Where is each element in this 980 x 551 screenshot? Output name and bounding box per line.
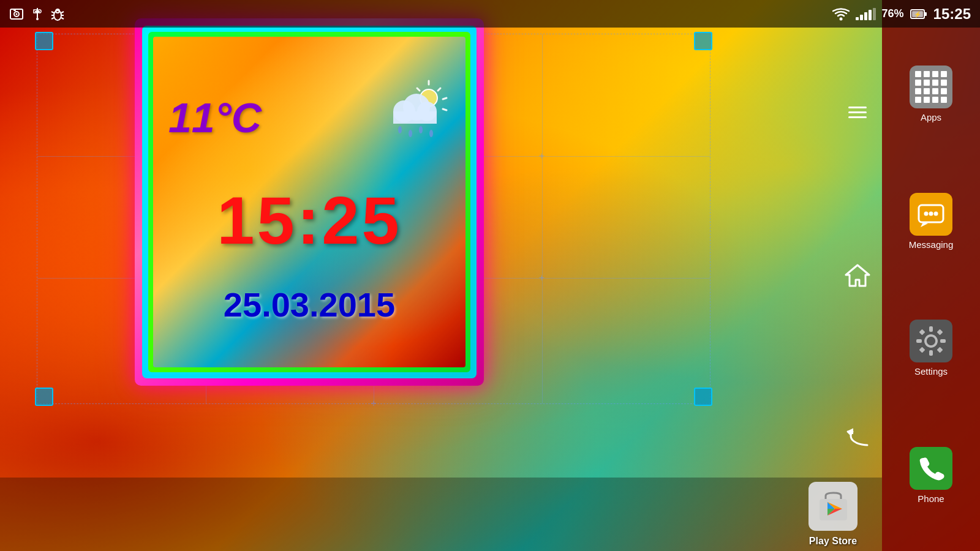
sidebar-item-settings[interactable]: Settings	[910, 320, 952, 377]
messaging-icon	[916, 199, 946, 230]
temperature-weather-row: 11°C	[168, 80, 450, 156]
status-time: 15:25	[933, 6, 971, 23]
phone-label: Phone	[918, 493, 944, 504]
photo-icon	[9, 7, 24, 21]
status-left-icons	[9, 7, 64, 21]
bug-icon	[51, 7, 64, 21]
widget-green-frame: 11°C	[148, 32, 470, 372]
svg-rect-48	[937, 347, 943, 353]
svg-point-35	[429, 130, 433, 137]
battery-icon: ⚡	[910, 8, 927, 20]
svg-point-39	[933, 211, 938, 216]
resize-handle-tl[interactable]	[35, 32, 53, 50]
status-right-icons: 76% ⚡ 15:25	[832, 6, 971, 23]
resize-handle-bl[interactable]	[35, 388, 53, 406]
svg-point-49	[925, 335, 937, 347]
svg-rect-45	[919, 329, 925, 335]
temperature-display: 11°C	[168, 94, 262, 141]
sidebar: Apps Messaging	[882, 0, 980, 551]
play-store-icon	[816, 490, 850, 523]
svg-rect-47	[919, 347, 925, 353]
home-button[interactable]	[842, 260, 873, 291]
svg-rect-19	[924, 12, 927, 16]
svg-rect-44	[940, 339, 946, 343]
date-display: 25.03.2015	[168, 285, 450, 324]
menu-button[interactable]	[842, 97, 873, 127]
widget-inner: 11°C	[153, 37, 466, 367]
svg-rect-43	[916, 339, 922, 343]
phone-icon-box[interactable]	[910, 447, 952, 490]
clock-weather-widget[interactable]: 11°C	[135, 18, 484, 386]
back-icon	[845, 428, 870, 449]
resize-handle-tr[interactable]	[694, 32, 712, 50]
back-button[interactable]	[842, 424, 873, 454]
bottom-dock: Play Store	[0, 478, 882, 551]
status-bar: 76% ⚡ 15:25	[0, 0, 980, 28]
svg-marker-50	[846, 265, 869, 286]
time-display: 15:25	[168, 187, 450, 254]
grid-line	[542, 34, 543, 403]
settings-gear-icon	[915, 325, 947, 357]
svg-rect-31	[393, 111, 437, 124]
svg-point-34	[419, 126, 423, 133]
sidebar-item-messaging[interactable]: Messaging	[909, 193, 954, 250]
battery-percent: 76%	[882, 7, 904, 20]
svg-rect-41	[929, 326, 933, 332]
widget-outer-frame: 11°C	[135, 18, 484, 386]
sidebar-item-apps[interactable]: Apps	[910, 66, 952, 122]
svg-point-17	[839, 17, 842, 20]
svg-line-11	[51, 12, 54, 13]
widget-cyan-frame: 11°C	[142, 26, 477, 378]
svg-line-12	[61, 12, 64, 13]
svg-rect-42	[929, 350, 933, 356]
home-icon	[845, 264, 870, 287]
svg-point-33	[409, 130, 412, 137]
apps-label: Apps	[921, 112, 941, 122]
svg-text:⚡: ⚡	[914, 10, 922, 18]
svg-line-23	[438, 88, 440, 91]
dock-app-play-store[interactable]: Play Store	[809, 482, 858, 547]
messaging-icon-box[interactable]	[910, 193, 952, 236]
nav-buttons	[839, 0, 876, 551]
signal-bars	[856, 8, 876, 20]
svg-rect-3	[13, 9, 16, 11]
play-store-label: Play Store	[809, 536, 857, 547]
svg-point-32	[398, 126, 402, 133]
svg-line-25	[417, 88, 420, 91]
svg-point-9	[54, 10, 61, 20]
usb-icon	[31, 7, 43, 21]
settings-label: Settings	[914, 366, 948, 377]
weather-icon	[377, 80, 450, 156]
svg-point-8	[36, 18, 39, 20]
widget-content: 11°C	[153, 37, 466, 367]
apps-grid-icon	[909, 65, 953, 109]
svg-line-24	[443, 98, 447, 99]
settings-icon-box[interactable]	[910, 320, 952, 362]
svg-line-15	[51, 18, 54, 19]
wifi-icon	[832, 7, 850, 21]
svg-line-16	[61, 18, 64, 19]
svg-point-38	[929, 211, 933, 216]
svg-point-2	[16, 13, 18, 15]
svg-point-37	[924, 211, 928, 216]
apps-icon-box[interactable]	[910, 66, 952, 108]
phone-icon	[918, 454, 945, 482]
resize-handle-br[interactable]	[694, 388, 712, 406]
play-store-icon-box[interactable]	[809, 482, 858, 531]
messaging-label: Messaging	[909, 239, 954, 250]
svg-rect-46	[937, 329, 943, 335]
svg-line-26	[443, 109, 447, 110]
sidebar-item-phone[interactable]: Phone	[910, 447, 952, 504]
